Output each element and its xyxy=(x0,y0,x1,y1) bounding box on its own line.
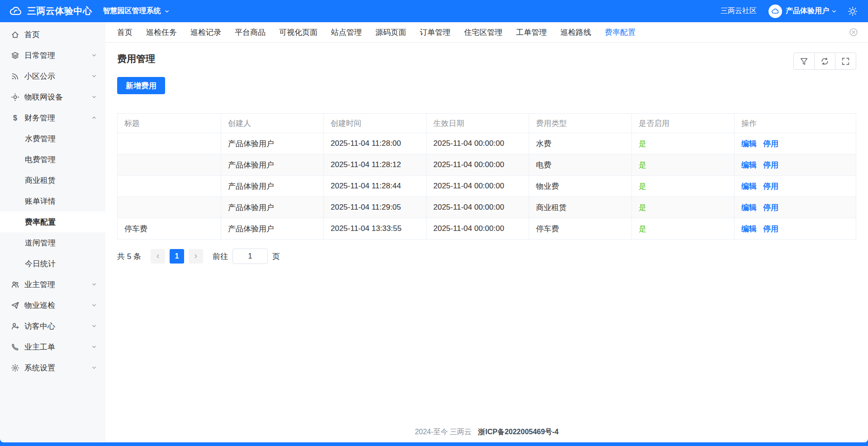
edit-link[interactable]: 编辑 xyxy=(741,139,757,148)
cell-created-at: 2025-11-04 11:28:12 xyxy=(324,154,427,176)
cell-created-at: 2025-11-04 11:28:00 xyxy=(324,133,427,154)
pagination-next-button[interactable] xyxy=(189,249,203,264)
plane-icon xyxy=(11,301,19,310)
tabbar: 首页巡检任务巡检记录平台商品可视化页面站点管理源码页面订单管理住宅区管理工单管理… xyxy=(105,22,868,43)
disable-link[interactable]: 停用 xyxy=(763,225,778,233)
disable-link[interactable]: 停用 xyxy=(763,161,778,169)
tab-inspection-routes[interactable]: 巡检路线 xyxy=(560,27,591,38)
sidebar-item-daily-management[interactable]: 日常管理 xyxy=(0,45,105,66)
chevron-up-icon xyxy=(91,115,97,121)
theme-toggle-sun-icon[interactable] xyxy=(847,6,858,17)
cell-title xyxy=(118,197,221,218)
sidebar-subitem-bill-details[interactable]: 账单详情 xyxy=(0,191,105,211)
pagination-goto-input[interactable] xyxy=(232,249,268,264)
footer: 2024-至今 三两云 浙ICP备2022005469号-4 xyxy=(117,427,856,442)
sidebar-subitem-electricity-fee[interactable]: 电费管理 xyxy=(0,149,105,170)
edit-link[interactable]: 编辑 xyxy=(741,225,757,233)
brand-logo-icon xyxy=(8,5,24,18)
cell-creator: 产品体验用户 xyxy=(221,154,324,176)
sidebar-item-community-notice[interactable]: 小区公示 xyxy=(0,66,105,86)
tab-workorder-management[interactable]: 工单管理 xyxy=(516,27,547,38)
cell-fee-type: 水费 xyxy=(529,133,632,154)
chevron-down-icon xyxy=(831,8,837,14)
sidebar-item-owner-management[interactable]: 业主管理 xyxy=(0,274,105,295)
cell-enabled: 是 xyxy=(632,133,735,154)
cell-actions: 编辑停用 xyxy=(735,176,856,197)
sidebar-item-iot-devices[interactable]: 物联网设备 xyxy=(0,86,105,107)
filter-button[interactable] xyxy=(793,53,815,70)
pagination-prev-button[interactable] xyxy=(151,249,165,264)
cell-actions: 编辑停用 xyxy=(735,218,856,240)
visitor-icon xyxy=(11,322,19,331)
sidebar-subitem-commercial-lease[interactable]: 商业租赁 xyxy=(0,170,105,191)
refresh-button[interactable] xyxy=(814,53,835,70)
table-header-cell: 是否启用 xyxy=(632,114,735,133)
chevron-down-icon xyxy=(91,52,97,58)
cell-title xyxy=(118,133,221,154)
disable-link[interactable]: 停用 xyxy=(763,139,778,148)
table-row: 停车费产品体验用户2025-11-04 13:33:552025-11-04 0… xyxy=(118,218,856,240)
page-title: 费用管理 xyxy=(117,53,155,65)
tabs-close-icon[interactable] xyxy=(849,28,858,37)
fee-table: 标题创建人创建时间生效日期费用类型是否启用操作 产品体验用户2025-11-04… xyxy=(117,113,856,240)
tab-visual-page[interactable]: 可视化页面 xyxy=(279,27,318,38)
sidebar-item-property-inspection[interactable]: 物业巡检 xyxy=(0,295,105,316)
cell-effective-date: 2025-11-04 00:00:00 xyxy=(427,133,529,154)
sidebar-item-visitor-center[interactable]: 访客中心 xyxy=(0,316,105,336)
community-link[interactable]: 三两云社区 xyxy=(721,6,757,16)
table-row: 产品体验用户2025-11-04 11:28:122025-11-04 00:0… xyxy=(118,154,856,176)
sidebar-subitem-water-fee[interactable]: 水费管理 xyxy=(0,128,105,149)
system-selector[interactable]: 智慧园区管理系统 xyxy=(103,6,170,16)
disable-link[interactable]: 停用 xyxy=(763,182,778,191)
cell-created-at: 2025-11-04 13:33:55 xyxy=(324,218,427,240)
chevron-down-icon xyxy=(91,73,97,79)
sidebar-item-owner-workorder[interactable]: 业主工单 xyxy=(0,336,105,357)
add-fee-button[interactable]: 新增费用 xyxy=(117,77,165,94)
tab-site-management[interactable]: 站点管理 xyxy=(331,27,362,38)
tabs: 首页巡检任务巡检记录平台商品可视化页面站点管理源码页面订单管理住宅区管理工单管理… xyxy=(117,27,843,38)
edit-link[interactable]: 编辑 xyxy=(741,182,757,191)
cell-actions: 编辑停用 xyxy=(735,154,856,176)
cell-fee-type: 电费 xyxy=(529,154,632,176)
pagination-page-1[interactable]: 1 xyxy=(170,249,184,264)
sidebar-subitem-today-stats[interactable]: 今日统计 xyxy=(0,253,105,274)
chevron-left-icon xyxy=(155,253,161,259)
sidebar-subitem-label: 费率配置 xyxy=(25,217,56,227)
chevron-down-icon xyxy=(91,94,97,100)
body-row: 首页日常管理小区公示物联网设备$财务管理水费管理电费管理商业租赁账单详情费率配置… xyxy=(0,22,868,442)
tab-order-management[interactable]: 订单管理 xyxy=(420,27,451,38)
sidebar-subitem-gate-management[interactable]: 道闸管理 xyxy=(0,232,105,253)
fullscreen-icon xyxy=(841,57,850,66)
edit-link[interactable]: 编辑 xyxy=(741,161,757,169)
user-menu[interactable]: 产品体验用户 xyxy=(786,6,837,16)
sidebar-item-system-settings[interactable]: 系统设置 xyxy=(0,357,105,378)
tab-home[interactable]: 首页 xyxy=(117,27,133,38)
cell-enabled: 是 xyxy=(632,154,735,176)
edit-link[interactable]: 编辑 xyxy=(741,203,757,212)
table-header-cell: 创建时间 xyxy=(324,114,427,133)
sidebar-subitem-rate-config[interactable]: 费率配置 xyxy=(0,211,105,232)
tab-source-page[interactable]: 源码页面 xyxy=(375,27,406,38)
tab-inspection-tasks[interactable]: 巡检任务 xyxy=(146,27,177,38)
sidebar-item-label: 物联网设备 xyxy=(24,92,63,102)
cell-effective-date: 2025-11-04 00:00:00 xyxy=(427,197,529,218)
app-root: 三两云体验中心 智慧园区管理系统 三两云社区 产品体验用户 xyxy=(0,0,868,442)
topbar: 三两云体验中心 智慧园区管理系统 三两云社区 产品体验用户 xyxy=(0,0,868,22)
tab-platform-goods[interactable]: 平台商品 xyxy=(235,27,266,38)
sidebar-item-label: 财务管理 xyxy=(24,113,55,123)
sidebar-item-home[interactable]: 首页 xyxy=(0,24,105,45)
cell-creator: 产品体验用户 xyxy=(221,176,324,197)
sidebar-item-finance-management[interactable]: $财务管理 xyxy=(0,107,105,128)
tab-inspection-records[interactable]: 巡检记录 xyxy=(190,27,221,38)
sidebar-subitem-label: 商业租赁 xyxy=(25,175,56,186)
fullscreen-button[interactable] xyxy=(835,53,856,70)
tab-residential-management[interactable]: 住宅区管理 xyxy=(464,27,503,38)
footer-icp-link[interactable]: 浙ICP备2022005469号-4 xyxy=(478,428,559,436)
sidebar-item-label: 物业巡检 xyxy=(24,300,55,311)
broadcast-icon xyxy=(11,72,19,81)
user-avatar[interactable] xyxy=(768,5,782,18)
tab-rate-config[interactable]: 费率配置 xyxy=(605,27,636,38)
cell-title: 停车费 xyxy=(118,218,221,240)
disable-link[interactable]: 停用 xyxy=(763,203,778,212)
topbar-right: 三两云社区 产品体验用户 xyxy=(721,5,858,18)
